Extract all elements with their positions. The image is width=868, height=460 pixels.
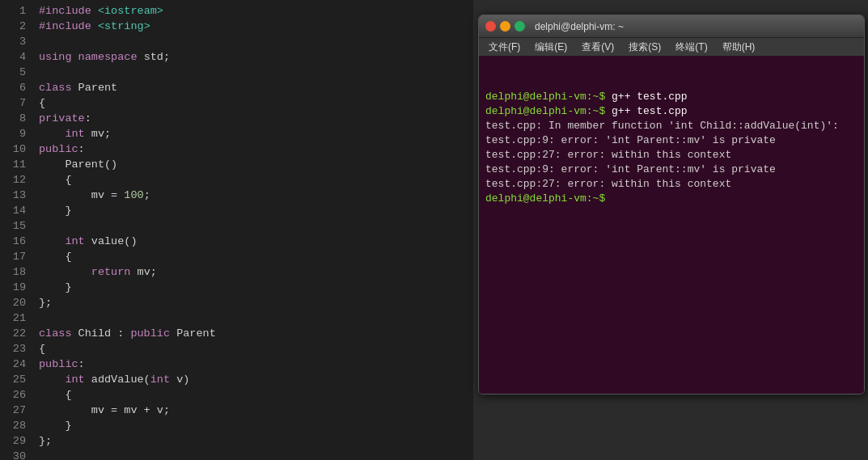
terminal-menu-item[interactable]: 文件(F) — [482, 39, 527, 56]
line-number: 23 — [6, 341, 26, 357]
terminal-line: test.cpp: In member function 'int Child:… — [485, 119, 857, 133]
code-line: 6class Parent — [0, 80, 473, 95]
maximize-button[interactable] — [514, 21, 525, 32]
line-number: 9 — [6, 126, 26, 141]
line-number: 15 — [6, 218, 26, 234]
code-line: 28 } — [0, 418, 473, 433]
line-content: class Child : public Parent — [39, 326, 467, 341]
line-number: 16 — [6, 234, 26, 249]
line-number: 28 — [6, 418, 26, 433]
terminal-menu-item[interactable]: 帮助(H) — [716, 39, 762, 56]
code-line: 23{ — [0, 341, 473, 357]
code-area[interactable]: 1#include <iostream>2#include <string>3 … — [0, 0, 473, 460]
terminal-line: test.cpp:27: error: within this context — [485, 148, 857, 162]
terminal-prompt: delphi@delphi-vm:~$ — [485, 91, 612, 103]
terminal-menubar: 文件(F)编辑(E)查看(V)搜索(S)终端(T)帮助(H) — [479, 38, 864, 56]
line-content: using namespace std; — [39, 49, 467, 65]
line-number: 29 — [6, 433, 26, 449]
line-content: public: — [39, 141, 467, 157]
line-number: 5 — [6, 65, 26, 80]
terminal-prompt: delphi@delphi-vm:~$ — [485, 192, 612, 205]
line-content: }; — [39, 295, 467, 310]
code-line: 17 { — [0, 249, 473, 264]
line-number: 3 — [6, 34, 26, 49]
line-content — [39, 34, 467, 49]
terminal-menu-item[interactable]: 编辑(E) — [528, 39, 574, 56]
line-number: 20 — [6, 295, 26, 310]
line-content — [39, 65, 467, 80]
line-number: 8 — [6, 111, 26, 126]
line-content: { — [39, 341, 467, 357]
terminal-window: delphi@delphi-vm: ~ 文件(F)编辑(E)查看(V)搜索(S)… — [478, 15, 865, 395]
terminal-line: test.cpp:9: error: 'int Parent::mv' is p… — [485, 162, 857, 177]
line-content — [39, 449, 467, 460]
code-line: 9 int mv; — [0, 126, 473, 141]
line-number: 4 — [6, 49, 26, 65]
code-line: 22class Child : public Parent — [0, 326, 473, 341]
code-line: 8private: — [0, 111, 473, 126]
line-number: 1 — [6, 3, 26, 19]
line-number: 24 — [6, 357, 26, 372]
line-number: 6 — [6, 80, 26, 95]
line-number: 14 — [6, 203, 26, 218]
editor-panel: 1#include <iostream>2#include <string>3 … — [0, 0, 473, 460]
code-line: 3 — [0, 34, 473, 49]
line-number: 2 — [6, 19, 26, 34]
line-content: class Parent — [39, 80, 467, 95]
code-line: 24public: — [0, 357, 473, 372]
code-line: 4using namespace std; — [0, 49, 473, 65]
line-number: 21 — [6, 310, 26, 326]
line-number: 7 — [6, 95, 26, 111]
title-buttons — [485, 21, 525, 32]
code-line: 12 { — [0, 172, 473, 188]
code-line: 11 Parent() — [0, 157, 473, 172]
code-line: 30 — [0, 449, 473, 460]
line-number: 18 — [6, 264, 26, 280]
line-number: 30 — [6, 449, 26, 460]
line-content: { — [39, 172, 467, 188]
line-content: int value() — [39, 234, 467, 249]
code-line: 2#include <string> — [0, 19, 473, 34]
terminal-menu-item[interactable]: 终端(T) — [669, 39, 713, 56]
line-number: 13 — [6, 188, 26, 203]
terminal-menu-item[interactable]: 查看(V) — [575, 39, 620, 56]
minimize-button[interactable] — [500, 21, 510, 32]
line-number: 10 — [6, 141, 26, 157]
line-content: private: — [39, 111, 467, 126]
line-content: int mv; — [39, 126, 467, 141]
line-content: } — [39, 418, 467, 433]
line-number: 25 — [6, 372, 26, 387]
line-content: Parent() — [39, 157, 467, 172]
terminal-titlebar: delphi@delphi-vm: ~ — [479, 15, 864, 38]
code-line: 18 return mv; — [0, 264, 473, 280]
close-button[interactable] — [485, 21, 496, 32]
code-line: 26 { — [0, 387, 473, 403]
code-line: 27 mv = mv + v; — [0, 403, 473, 418]
code-line: 16 int value() — [0, 234, 473, 249]
code-line: 10public: — [0, 141, 473, 157]
line-content: public: — [39, 357, 467, 372]
line-content — [39, 218, 467, 234]
code-line: 21 — [0, 310, 473, 326]
line-content: { — [39, 387, 467, 403]
line-content: { — [39, 249, 467, 264]
line-number: 11 — [6, 157, 26, 172]
terminal-title: delphi@delphi-vm: ~ — [535, 21, 624, 32]
code-line: 7{ — [0, 95, 473, 111]
line-content: { — [39, 95, 467, 111]
terminal-line: delphi@delphi-vm:~$ g++ test.cpp — [485, 90, 857, 104]
terminal-command: g++ test.cpp — [612, 91, 688, 103]
terminal-prompt: delphi@delphi-vm:~$ — [485, 105, 612, 117]
line-content — [39, 310, 467, 326]
code-line: 29}; — [0, 433, 473, 449]
line-content: mv = mv + v; — [39, 403, 467, 418]
code-line: 5 — [0, 65, 473, 80]
line-content: } — [39, 280, 467, 295]
code-line: 15 — [0, 218, 473, 234]
line-content: #include <string> — [39, 19, 467, 34]
terminal-line: delphi@delphi-vm:~$ — [485, 192, 857, 206]
terminal-menu-item[interactable]: 搜索(S) — [622, 39, 667, 56]
code-line: 20}; — [0, 295, 473, 310]
terminal-body[interactable]: delphi@delphi-vm:~$ g++ test.cppdelphi@d… — [479, 56, 864, 394]
line-number: 27 — [6, 403, 26, 418]
